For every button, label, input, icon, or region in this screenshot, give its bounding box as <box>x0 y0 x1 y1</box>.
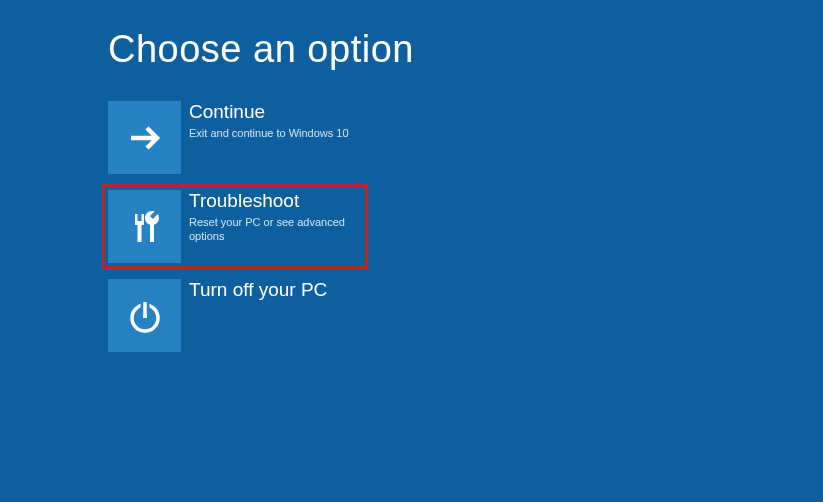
continue-option[interactable]: Continue Exit and continue to Windows 10 <box>108 101 368 174</box>
svg-rect-0 <box>137 225 141 242</box>
arrow-right-icon <box>108 101 181 174</box>
page-title: Choose an option <box>108 28 823 71</box>
recovery-options-screen: Choose an option Continue Exit and conti… <box>0 0 823 352</box>
troubleshoot-subtitle: Reset your PC or see advanced options <box>189 215 365 244</box>
continue-text: Continue Exit and continue to Windows 10 <box>189 101 349 140</box>
troubleshoot-title: Troubleshoot <box>189 190 365 213</box>
power-icon <box>108 279 181 352</box>
svg-rect-1 <box>150 223 154 242</box>
continue-subtitle: Exit and continue to Windows 10 <box>189 126 349 140</box>
turnoff-text: Turn off your PC <box>189 279 327 304</box>
troubleshoot-option[interactable]: Troubleshoot Reset your PC or see advanc… <box>102 184 368 269</box>
turnoff-title: Turn off your PC <box>189 279 327 302</box>
turnoff-option[interactable]: Turn off your PC <box>108 279 368 352</box>
continue-title: Continue <box>189 101 349 124</box>
troubleshoot-text: Troubleshoot Reset your PC or see advanc… <box>189 190 365 243</box>
tools-icon <box>108 190 181 263</box>
options-list: Continue Exit and continue to Windows 10… <box>108 101 823 352</box>
